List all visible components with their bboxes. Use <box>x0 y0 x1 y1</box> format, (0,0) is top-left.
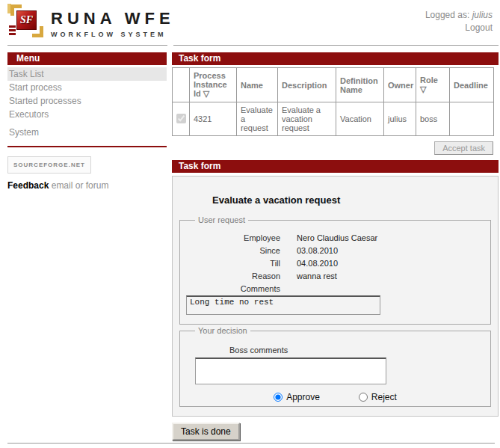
boss-comments-textarea[interactable] <box>195 358 386 384</box>
reject-option[interactable]: Reject <box>359 392 397 402</box>
brand-subtitle: WORKFLOW SYSTEM <box>51 31 175 38</box>
reject-radio[interactable] <box>359 393 368 402</box>
task-is-done-button[interactable]: Task is done <box>172 423 240 441</box>
feedback-line: Feedback email or forum <box>7 180 167 191</box>
cell-process-instance-id: 4321 <box>190 102 237 136</box>
approve-option[interactable]: Approve <box>274 392 320 402</box>
brand-text: RUNA WFE WORKFLOW SYSTEM <box>51 9 175 38</box>
app-header: SF RUNA WFE WORKFLOW SYSTEM Logged as: j… <box>0 0 500 45</box>
sidebar-divider <box>7 146 167 147</box>
task-form-panel: Evaluate a vacation request User request… <box>172 176 499 417</box>
accept-task-row: Accept task <box>172 141 493 155</box>
cell-deadline <box>450 102 494 136</box>
decision-radio-group: Approve Reject <box>186 392 484 402</box>
menu-header: Menu <box>7 52 167 65</box>
user-request-fieldset: User request Employee Nero Claudius Caes… <box>179 215 491 325</box>
accept-task-button[interactable]: Accept task <box>434 141 493 155</box>
reject-label: Reject <box>371 392 397 402</box>
comments-value <box>297 284 484 293</box>
approve-radio[interactable] <box>274 393 283 402</box>
cell-role: boss <box>416 102 450 136</box>
account-area: Logged as: julius Logout <box>425 9 493 34</box>
boss-comments-label: Boss comments <box>229 346 484 355</box>
employee-value: Nero Claudius Caesar <box>297 233 484 242</box>
col-name[interactable]: Name <box>237 68 278 102</box>
col-process-instance-id[interactable]: Process Instance Id ▽ <box>190 68 237 102</box>
your-decision-fieldset: Your decision Boss comments Approve Reje… <box>179 326 491 407</box>
task-list-panel-header: Task form <box>172 52 499 65</box>
menu-list: Task List Start process Started processe… <box>7 67 167 139</box>
task-table-header-row: Process Instance Id ▽ Name Description D… <box>173 68 494 102</box>
reason-value: wanna rest <box>297 271 484 280</box>
user-request-fields: Employee Nero Claudius Caesar Since 03.0… <box>186 233 484 293</box>
col-checkbox <box>173 68 190 102</box>
your-decision-legend: Your decision <box>195 326 250 335</box>
cell-description: Evaluate a vacation request <box>278 102 336 136</box>
cell-owner: julius <box>384 102 416 136</box>
page-bottom-divider <box>7 443 495 444</box>
form-title: Evaluate a vacation request <box>212 194 491 206</box>
task-row-checkbox[interactable] <box>176 114 186 123</box>
comments-textarea[interactable]: Long time no rest <box>186 295 380 315</box>
header-divider-left <box>7 45 167 46</box>
sidebar-item-started-processes[interactable]: Started processes <box>7 94 167 108</box>
comments-label: Comments <box>186 284 280 293</box>
sf-monogram: SF <box>16 10 37 30</box>
sourceforge-sf-icon: SF <box>7 4 45 40</box>
username: julius <box>472 10 493 20</box>
sidebar-item-start-process[interactable]: Start process <box>7 81 167 94</box>
task-table: Process Instance Id ▽ Name Description D… <box>172 67 494 136</box>
till-value: 04.08.2010 <box>297 259 484 268</box>
since-label: Since <box>186 246 280 255</box>
till-label: Till <box>186 259 280 268</box>
approve-label: Approve <box>286 392 320 402</box>
col-deadline[interactable]: Deadline <box>450 68 494 102</box>
sourceforge-badge[interactable]: SOURCEFORGE.NET <box>7 156 91 174</box>
feedback-label: Feedback <box>7 180 49 191</box>
reason-label: Reason <box>186 271 280 280</box>
header-divider-right <box>173 45 499 46</box>
col-owner[interactable]: Owner <box>384 68 416 102</box>
task-row: 4321 Evaluate a request Evaluate a vacat… <box>173 102 494 136</box>
employee-label: Employee <box>186 233 280 242</box>
logout-link[interactable]: Logout <box>465 22 493 34</box>
cell-definition-name: Vacation <box>336 102 384 136</box>
sidebar-item-executors[interactable]: Executors <box>7 108 167 121</box>
since-value: 03.08.2010 <box>297 246 484 255</box>
sidebar-item-system[interactable]: System <box>7 126 167 139</box>
feedback-links[interactable]: email or forum <box>52 180 109 191</box>
sidebar-item-task-list[interactable]: Task List <box>7 67 167 81</box>
logged-as: Logged as: julius <box>425 9 493 22</box>
logged-as-label: Logged as: <box>425 10 469 20</box>
col-definition-name[interactable]: Definition Name <box>336 68 384 102</box>
task-form-panel-header: Task form <box>172 160 499 173</box>
col-role[interactable]: Role ▽ <box>416 68 450 102</box>
user-request-legend: User request <box>195 215 248 224</box>
brand-name: RUNA WFE <box>51 9 175 28</box>
app-logo: SF RUNA WFE WORKFLOW SYSTEM <box>7 4 175 40</box>
main-content: Task form Process Instance Id ▽ Name Des… <box>172 52 499 441</box>
sidebar: Menu Task List Start process Started pro… <box>7 52 167 191</box>
col-description[interactable]: Description <box>278 68 336 102</box>
cell-name: Evaluate a request <box>237 102 278 136</box>
